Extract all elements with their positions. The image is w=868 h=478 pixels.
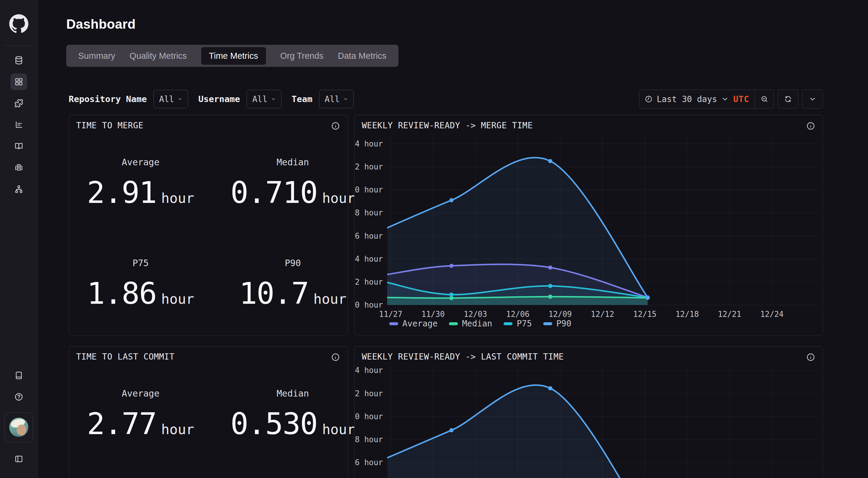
select-value: All [252, 94, 268, 104]
time-range-button[interactable]: Last 30 days UTC [639, 90, 754, 108]
time-range-label: Last 30 days [657, 94, 717, 104]
stat-value: 2.77 [87, 406, 156, 441]
stat-label: P75 [78, 258, 203, 268]
stat-unit: hour [161, 291, 194, 307]
filter-team: Team All [291, 90, 354, 108]
legend-item-average[interactable]: Average [389, 319, 438, 328]
bar-chart-icon[interactable] [10, 116, 27, 133]
org-chart-icon[interactable] [10, 181, 27, 197]
tab-org-trends[interactable]: Org Trends [280, 51, 323, 61]
help-icon[interactable] [10, 388, 27, 405]
tab-bar: Summary Quality Metrics Time Metrics Org… [66, 45, 399, 67]
journal-icon[interactable] [10, 159, 27, 176]
legend-label: P90 [556, 319, 571, 328]
y-axis-label: 4 hour [355, 255, 383, 263]
zoom-out-button[interactable] [754, 90, 774, 108]
team-select[interactable]: All [319, 90, 354, 108]
y-axis-label: .0 hour [354, 185, 383, 194]
data-point-p90 [449, 198, 454, 202]
info-icon[interactable] [330, 351, 341, 363]
book-open-icon[interactable] [10, 138, 27, 155]
legend-item-p75[interactable]: P75 [503, 319, 532, 328]
stat-average: Average 2.91hour [78, 157, 203, 210]
stat-value: 0.530 [230, 406, 317, 441]
data-point-p90 [449, 428, 454, 432]
x-axis-label: 12/15 [633, 310, 656, 319]
stat-p75: P75 1.86hour [78, 258, 203, 311]
stat-unit: hour [322, 421, 355, 438]
x-axis-label: 12/24 [760, 310, 783, 319]
y-axis-label: 6 hour [355, 231, 383, 241]
chevron-down-icon [178, 97, 182, 101]
legend-label: Median [462, 319, 492, 328]
legend-swatch [449, 322, 458, 325]
panel-title: TIME TO MERGE [76, 121, 144, 130]
data-point-median [548, 294, 552, 299]
filter-username: Username All [198, 90, 281, 108]
stat-value: 2.91 [87, 175, 156, 210]
stat-value: 1.86 [87, 276, 156, 311]
x-axis-label: 12/18 [676, 310, 699, 319]
filter-row: Repository Name All Username All Team Al… [69, 90, 354, 108]
chevron-down-icon [721, 95, 729, 103]
stat-label: Median [230, 388, 355, 399]
tab-data-metrics[interactable]: Data Metrics [338, 51, 386, 61]
puzzle-icon[interactable] [10, 95, 27, 111]
filter-label: Repository Name [69, 94, 147, 104]
tab-time-metrics[interactable]: Time Metrics [201, 47, 266, 65]
y-axis-label: .4 hour [354, 366, 383, 375]
notebook-icon[interactable] [10, 367, 27, 384]
info-icon[interactable] [330, 120, 341, 132]
x-axis-label: 12/21 [718, 310, 741, 319]
refresh-button[interactable] [778, 90, 799, 108]
data-point-p90 [548, 386, 552, 390]
refresh-icon [784, 95, 792, 103]
repository-name-select[interactable]: All [153, 90, 188, 108]
x-axis-label: 12/06 [506, 310, 529, 319]
legend-item-median[interactable]: Median [449, 319, 492, 328]
y-axis-label: .0 hour [354, 412, 383, 421]
panel-weekly-merge-time: WEEKLY REVIEW-READY -> MERGE TIME 0 hour… [354, 115, 823, 336]
user-avatar[interactable] [4, 412, 33, 442]
y-axis-label: 8 hour [355, 208, 383, 217]
avatar [9, 418, 28, 437]
stat-unit: hour [313, 291, 346, 307]
timezone-badge[interactable]: UTC [733, 94, 749, 104]
stat-average: Average 2.77hour [78, 388, 203, 441]
dashboard-grid-icon[interactable] [10, 73, 27, 90]
series-area-p90 [387, 385, 648, 478]
time-controls: Last 30 days UTC [639, 90, 823, 108]
legend-item-p90[interactable]: P90 [543, 319, 571, 328]
filter-repository-name: Repository Name All [69, 90, 188, 108]
database-icon[interactable] [10, 52, 27, 69]
tab-summary[interactable]: Summary [78, 51, 115, 61]
stat-label: Median [230, 157, 355, 167]
main-content: Dashboard Summary Quality Metrics Time M… [38, 0, 868, 478]
data-point-average [449, 264, 454, 268]
github-logo[interactable] [9, 14, 28, 33]
collapse-panel-icon[interactable] [10, 451, 27, 467]
stat-value: 0.710 [230, 175, 317, 210]
stat-label: Average [78, 388, 203, 399]
legend-swatch [389, 322, 398, 325]
stat-label: Average [78, 157, 203, 167]
data-point-p90 [646, 295, 650, 299]
y-axis-label: .2 hour [354, 162, 383, 171]
refresh-interval-button[interactable] [802, 90, 823, 108]
sidebar [0, 0, 38, 478]
data-point-p75 [548, 284, 552, 288]
username-select[interactable]: All [247, 90, 281, 108]
x-axis-label: 11/27 [379, 310, 402, 319]
tab-quality-metrics[interactable]: Quality Metrics [129, 51, 187, 61]
stat-median: Median 0.710hour [230, 157, 355, 210]
stat-unit: hour [161, 421, 194, 438]
y-axis-label: 8 hour [355, 435, 383, 444]
filter-label: Team [291, 94, 312, 104]
time-range-picker: Last 30 days UTC [639, 90, 774, 108]
stat-unit: hour [322, 190, 355, 206]
sidebar-divider [4, 45, 33, 46]
stat-label: P90 [230, 258, 355, 268]
legend-label: P75 [517, 319, 532, 328]
stat-p90: P90 10.7hour [230, 258, 355, 311]
x-axis-label: 11/30 [422, 310, 445, 319]
